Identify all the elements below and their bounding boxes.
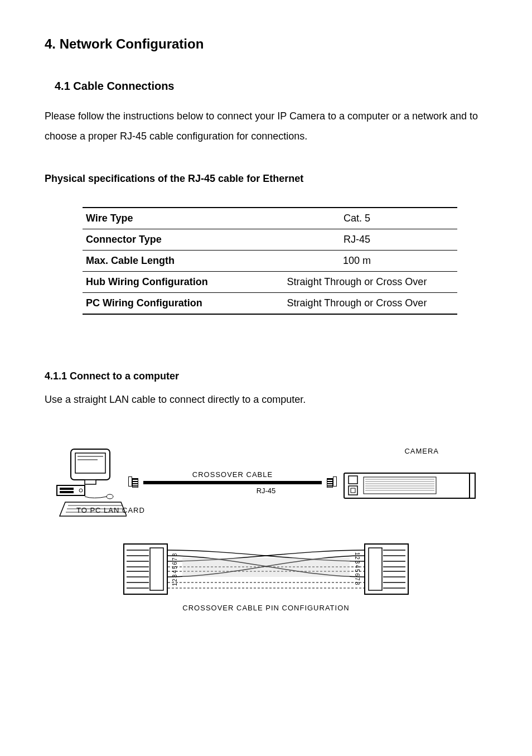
svg-rect-1	[75, 453, 105, 473]
pin-config-diagram: 12345678 12345678	[121, 541, 411, 597]
intro-paragraph: Please follow the instructions below to …	[45, 106, 487, 146]
spec-label: Connector Type	[83, 229, 257, 251]
subsection-title: 4.1 Cable Connections	[55, 80, 487, 93]
spec-label: Max. Cable Length	[83, 251, 257, 272]
connection-diagram: CROSSOVER CABLE RJ-45 TO PC LAN CARD CAM…	[54, 446, 478, 612]
rj45-label: RJ-45	[257, 487, 276, 495]
spec-label: Wire Type	[83, 208, 257, 229]
camera-label: CAMERA	[404, 447, 439, 455]
cable-line	[143, 481, 322, 484]
svg-rect-4	[85, 480, 96, 484]
svg-rect-18	[351, 488, 355, 493]
crossover-cable-label: CROSSOVER CABLE	[192, 470, 273, 479]
pin-numbers-left: 12345678	[172, 552, 178, 586]
table-row: PC Wiring Configuration Straight Through…	[83, 293, 457, 315]
svg-point-13	[107, 494, 113, 499]
svg-rect-16	[349, 476, 357, 484]
table-row: Hub Wiring Configuration Straight Throug…	[83, 272, 457, 293]
spec-label: Hub Wiring Configuration	[83, 272, 257, 293]
spec-table: Wire Type Cat. 5 Connector Type RJ-45 Ma…	[83, 207, 457, 315]
table-row: Max. Cable Length 100 m	[83, 251, 457, 272]
spec-value: Straight Through or Cross Over	[257, 272, 457, 293]
camera-icon: CAMERA	[338, 459, 478, 507]
svg-rect-7	[60, 491, 74, 493]
spec-heading: Physical specifications of the RJ-45 cab…	[45, 173, 487, 185]
svg-rect-37	[369, 548, 382, 590]
rj45-port-left-icon	[127, 475, 139, 490]
svg-point-8	[79, 489, 83, 492]
pin-config-caption: CROSSOVER CABLE PIN CONFIGURATION	[54, 604, 478, 612]
spec-label: PC Wiring Configuration	[83, 293, 257, 315]
connect-text: Use a straight LAN cable to connect dire…	[45, 392, 487, 407]
table-row: Wire Type Cat. 5	[83, 208, 457, 229]
connect-heading: 4.1.1 Connect to a computer	[45, 370, 487, 382]
diagram-top-row: CROSSOVER CABLE RJ-45 TO PC LAN CARD CAM…	[54, 446, 478, 519]
svg-rect-27	[150, 548, 163, 590]
table-row: Connector Type RJ-45	[83, 229, 457, 251]
lan-card-label: TO PC LAN CARD	[76, 506, 145, 514]
spec-value: Cat. 5	[257, 208, 457, 229]
svg-rect-15	[470, 473, 475, 498]
spec-value: 100 m	[257, 251, 457, 272]
page-title: 4. Network Configuration	[45, 36, 487, 52]
document-page: 4. Network Configuration 4.1 Cable Conne…	[0, 0, 532, 756]
svg-rect-50	[182, 558, 350, 577]
svg-rect-6	[60, 488, 74, 490]
spec-value: RJ-45	[257, 229, 457, 251]
pin-numbers-right: 12345678	[354, 552, 360, 586]
spec-value: Straight Through or Cross Over	[257, 293, 457, 315]
cable-area: CROSSOVER CABLE RJ-45 TO PC LAN CARD	[143, 463, 322, 502]
rj45-port-right-icon	[326, 475, 338, 490]
